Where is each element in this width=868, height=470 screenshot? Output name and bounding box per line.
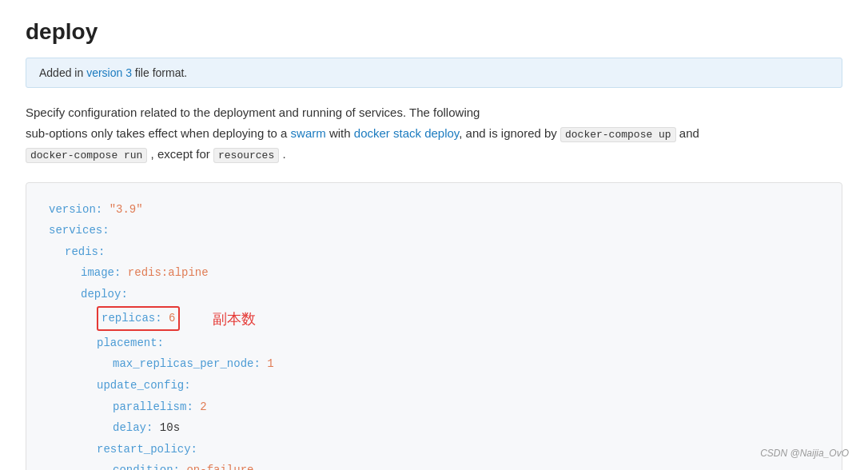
version-val-text: "3.9" (109, 203, 143, 216)
code-line-restart-policy: restart_policy: (97, 439, 819, 460)
condition-val: on-failure (186, 464, 253, 470)
delay-val: 10s (160, 421, 180, 434)
desc-line2-after: , and is ignored by (459, 126, 557, 140)
code-line-services: services: (49, 220, 819, 241)
code-line-placement: placement: (97, 333, 819, 354)
docker-stack-deploy-link[interactable]: docker stack deploy (354, 126, 459, 140)
max-replicas-key: max_replicas_per_node: (113, 357, 261, 370)
redis-key: redis: (65, 245, 105, 258)
desc-line2-mid: with (326, 126, 354, 140)
replicas-key: replicas: (102, 312, 162, 325)
replicas-box: replicas: 6 (97, 306, 180, 331)
image-val: redis:alpine (128, 266, 209, 279)
swarm-link[interactable]: swarm (291, 126, 326, 140)
banner-text-after: file format. (132, 66, 187, 79)
code-line-deploy: deploy: (81, 284, 819, 305)
page-title: deploy (26, 19, 842, 45)
code-line-max-replicas: max_replicas_per_node: 1 (113, 353, 819, 375)
restart-policy-key: restart_policy: (97, 443, 197, 456)
code-line-update-config: update_config: (97, 375, 819, 396)
watermark: CSDN @Naijia_OvO (760, 448, 849, 459)
replicas-val: 6 (169, 312, 175, 325)
description: Specify configuration related to the dep… (26, 102, 842, 165)
code-line-image: image: redis:alpine (81, 262, 819, 284)
code-line-replicas: replicas: 6 副本数 (97, 305, 819, 333)
code-block: version: "3.9" services: redis: image: r… (26, 182, 842, 470)
placement-key: placement: (97, 337, 164, 349)
code-line-condition: condition: on-failure (113, 460, 819, 470)
desc-line1: Specify configuration related to the dep… (26, 106, 480, 119)
condition-key: condition: (113, 464, 180, 470)
banner-text-before: Added in (39, 66, 86, 79)
replicas-annotation: 副本数 (213, 311, 256, 327)
desc-line3-mid: , except for (151, 147, 210, 161)
code-line-version: version: "3.9" (49, 199, 819, 221)
max-replicas-val: 1 (267, 357, 273, 370)
parallelism-key: parallelism: (113, 400, 193, 413)
update-config-key: update_config: (97, 379, 191, 392)
parallelism-val: 2 (200, 400, 206, 413)
code-inline-3: resources (213, 148, 279, 163)
code-inline-1: docker-compose up (560, 127, 676, 142)
info-banner: Added in version 3 file format. (26, 58, 842, 88)
image-key: image: (81, 266, 121, 279)
desc-line2-before: sub-options only takes effect when deplo… (26, 126, 291, 140)
and-text: and (679, 126, 699, 140)
deploy-key: deploy: (81, 288, 128, 301)
code-line-delay: delay: 10s (113, 417, 819, 439)
code-line-parallelism: parallelism: 2 (113, 396, 819, 418)
code-line-redis: redis: (65, 241, 819, 263)
version-key: version: (49, 203, 102, 216)
version-link[interactable]: version 3 (86, 66, 132, 79)
desc-line3-end: . (282, 147, 285, 161)
delay-key: delay: (113, 421, 153, 434)
services-key: services: (49, 224, 109, 237)
code-inline-2: docker-compose run (26, 148, 147, 163)
